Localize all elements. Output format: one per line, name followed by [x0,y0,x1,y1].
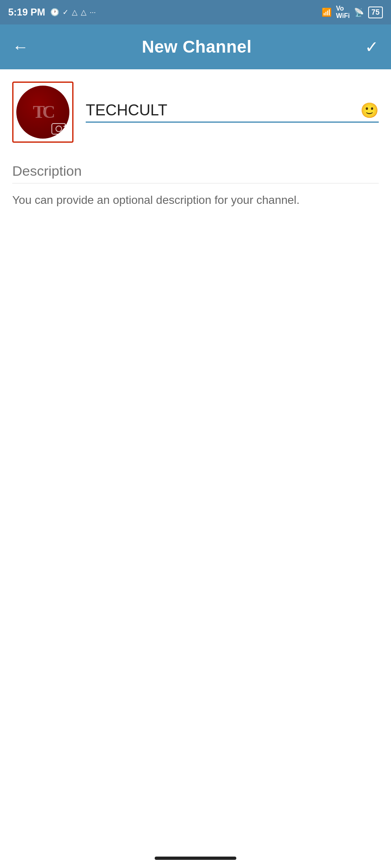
channel-name-input[interactable] [86,102,356,119]
vowifi-label: VoWiFi [336,5,350,20]
status-bar: 5:19 PM 🕐 ✓ △ △ ··· 📶 VoWiFi 📡 75 [0,0,391,24]
avatar-section: TC + 🙂 [0,69,391,151]
camera-overlay: + [51,123,66,135]
back-button[interactable]: ← [12,38,29,56]
camera-lens-icon [56,126,62,132]
description-hint: You can provide an optional description … [12,192,379,209]
camera-body-icon: + [51,123,66,135]
name-input-underline [86,121,379,123]
description-section: You can provide an optional description … [0,151,391,209]
status-right: 📶 VoWiFi 📡 75 [322,5,383,20]
drive-icon-2: △ [81,8,87,17]
description-underline [12,183,379,183]
emoji-picker-icon[interactable]: 🙂 [360,102,379,119]
page-title: New Channel [142,37,251,57]
name-input-area: 🙂 [86,102,379,123]
avatar-picker[interactable]: TC + [12,82,73,143]
check-icon: ✓ [62,8,69,17]
name-input-row: 🙂 [86,102,379,119]
signal-icon: 📶 [322,7,332,17]
status-time: 5:19 PM [8,7,45,18]
avatar-letters: TC [33,103,53,121]
toolbar: ← New Channel ✓ [0,24,391,69]
description-input[interactable] [12,159,379,183]
status-icons: 🕐 ✓ △ △ ··· [50,8,96,17]
more-icon: ··· [90,8,96,17]
status-left: 5:19 PM 🕐 ✓ △ △ ··· [8,7,96,18]
avatar-logo: TC [33,103,53,121]
avatar-circle: TC + [16,86,69,139]
drive-icon-1: △ [72,8,78,17]
alarm-icon: 🕐 [50,8,59,17]
confirm-button[interactable]: ✓ [365,38,379,56]
battery-icon: 75 [368,7,383,18]
wifi-icon: 📡 [354,7,364,17]
home-bar [155,857,236,860]
camera-plus-icon: + [63,123,67,130]
